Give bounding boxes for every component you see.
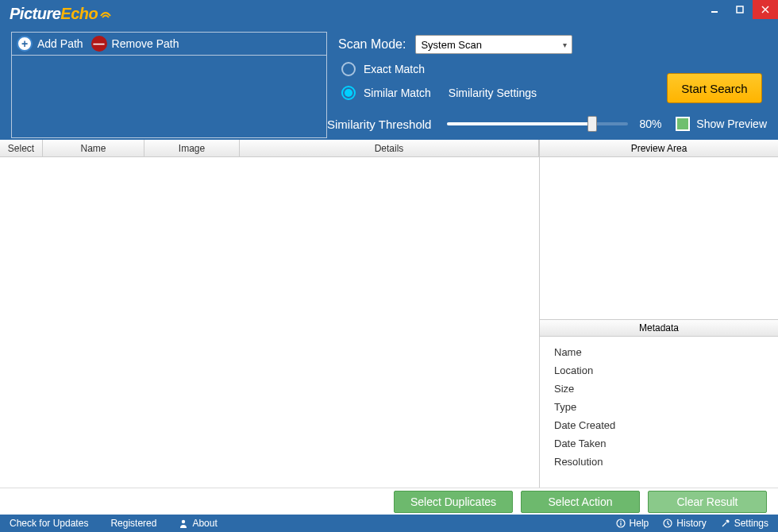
path-section: + Add Path — Remove Path	[11, 32, 327, 140]
results-header: Select Name Image Details	[0, 140, 539, 157]
metadata-type: Type	[554, 401, 764, 413]
metadata-size: Size	[554, 383, 764, 395]
similar-match-label: Similar Match	[364, 87, 431, 99]
top-panel: + Add Path — Remove Path Scan Mode: Syst…	[0, 27, 778, 140]
column-details[interactable]: Details	[240, 140, 539, 156]
column-name[interactable]: Name	[43, 140, 144, 156]
side-pane: Preview Area Metadata Name Location Size…	[540, 140, 778, 488]
remove-path-label: Remove Path	[112, 37, 179, 50]
svg-point-6	[620, 521, 622, 522]
threshold-slider[interactable]	[447, 122, 628, 125]
scan-mode-value: System Scan	[421, 39, 482, 51]
wifi-icon	[99, 8, 112, 19]
title-bar: PictureEcho	[0, 0, 778, 27]
chevron-down-icon: ▾	[563, 40, 567, 49]
threshold-value: 80%	[639, 118, 661, 130]
column-image[interactable]: Image	[144, 140, 240, 156]
show-preview-label: Show Preview	[696, 118, 767, 130]
select-action-button[interactable]: Select Action	[521, 491, 640, 513]
metadata-name: Name	[554, 346, 764, 358]
select-duplicates-button[interactable]: Select Duplicates	[394, 491, 513, 513]
svg-rect-1	[737, 6, 743, 13]
threshold-label: Similarity Threshold	[327, 118, 431, 131]
status-bar: Check for Updates Registered About Help …	[0, 515, 778, 532]
threshold-row: Similarity Threshold 80% Show Preview	[327, 113, 767, 135]
logo-text-1: Picture	[10, 5, 60, 23]
add-path-label: Add Path	[37, 37, 83, 50]
info-icon	[616, 519, 626, 528]
registered-status[interactable]: Registered	[110, 518, 156, 529]
path-list[interactable]	[11, 56, 327, 138]
person-icon	[179, 519, 188, 528]
clear-result-button[interactable]: Clear Result	[648, 491, 767, 513]
exact-match-radio[interactable]	[341, 62, 356, 76]
window-controls	[702, 0, 778, 27]
show-preview-checkbox[interactable]: Show Preview	[676, 117, 767, 131]
action-bar: Select Duplicates Select Action Clear Re…	[0, 488, 778, 515]
settings-link[interactable]: Settings	[721, 518, 768, 529]
plus-icon: +	[17, 36, 33, 52]
metadata-location: Location	[554, 364, 764, 376]
history-icon	[663, 519, 672, 528]
start-search-button[interactable]: Start Search	[667, 73, 762, 103]
slider-thumb[interactable]	[587, 116, 597, 132]
results-body[interactable]	[0, 157, 539, 488]
checkbox-icon	[676, 117, 690, 131]
results-pane: Select Name Image Details	[0, 140, 540, 488]
help-link[interactable]: Help	[616, 518, 649, 529]
exact-match-label: Exact Match	[364, 63, 425, 75]
wrench-icon	[721, 519, 730, 528]
svg-point-4	[182, 520, 185, 523]
add-path-button[interactable]: + Add Path	[17, 36, 83, 52]
metadata-header: Metadata	[540, 319, 778, 337]
column-select[interactable]: Select	[0, 140, 43, 156]
close-button[interactable]	[753, 0, 778, 19]
minimize-button[interactable]	[702, 0, 727, 19]
scan-mode-dropdown[interactable]: System Scan ▾	[415, 35, 572, 54]
svg-rect-7	[620, 522, 621, 526]
metadata-date-taken: Date Taken	[554, 438, 764, 449]
similar-match-radio[interactable]	[341, 86, 356, 100]
path-toolbar: + Add Path — Remove Path	[11, 32, 327, 56]
preview-area	[540, 157, 778, 319]
check-updates-link[interactable]: Check for Updates	[10, 518, 88, 529]
metadata-date-created: Date Created	[554, 419, 764, 431]
app-logo: PictureEcho	[10, 5, 112, 23]
minus-icon: —	[91, 36, 107, 52]
similarity-settings-link[interactable]: Similarity Settings	[449, 87, 537, 99]
history-link[interactable]: History	[663, 518, 706, 529]
maximize-button[interactable]	[727, 0, 753, 19]
preview-area-header: Preview Area	[540, 140, 778, 157]
logo-text-2: Echo	[60, 5, 98, 23]
metadata-body: Name Location Size Type Date Created Dat…	[540, 337, 778, 488]
main-area: Select Name Image Details Preview Area M…	[0, 140, 778, 488]
metadata-resolution: Resolution	[554, 456, 764, 468]
remove-path-button[interactable]: — Remove Path	[91, 36, 179, 52]
scan-mode-label: Scan Mode:	[338, 37, 406, 52]
about-link[interactable]: About	[179, 518, 217, 529]
